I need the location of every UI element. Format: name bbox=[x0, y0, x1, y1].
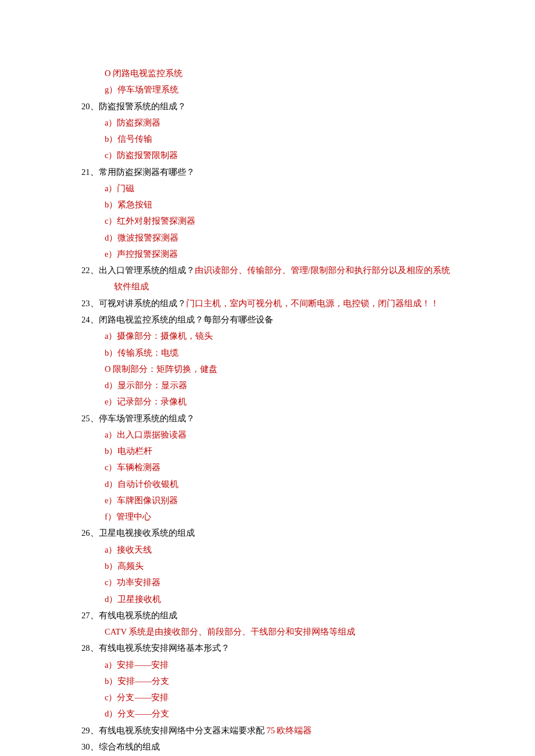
text-line: d）显示部分：显示器 bbox=[105, 377, 454, 393]
text-line: 25、停车场管理系统的组成？ bbox=[81, 410, 454, 427]
text-span: 24、闭路电视监控系统的组成？每部分有哪些设备 bbox=[81, 315, 273, 324]
text-line: 29、有线电视系统安排网络中分支器末端要求配 75 欧终端器 bbox=[81, 722, 454, 739]
text-line: b）紧急按钮 bbox=[105, 196, 454, 213]
text-line: b）信号传输 bbox=[105, 131, 454, 147]
text-line: d）微波报警探测器 bbox=[105, 230, 454, 246]
text-line: O 闭路电视监控系统 bbox=[105, 65, 454, 81]
text-span: 30、综合布线的组成 bbox=[81, 742, 160, 751]
text-line: a）摄像部分：摄像机，镜头 bbox=[105, 328, 454, 344]
text-line: c）分支――安排 bbox=[105, 689, 454, 705]
text-line: f）管理中心 bbox=[105, 508, 454, 525]
text-span: 27、有线电视系统的组成 bbox=[81, 611, 177, 620]
text-line: c）功率安排器 bbox=[105, 574, 454, 590]
text-line: 软件组成 bbox=[114, 278, 454, 295]
text-span: 20、防盗报警系统的组成？ bbox=[81, 102, 186, 111]
text-line: 26、卫星电视接收系统的组成 bbox=[81, 525, 454, 541]
text-line: 27、有线电视系统的组成 bbox=[81, 607, 454, 624]
text-line: 20、防盗报警系统的组成？ bbox=[81, 98, 454, 114]
text-line: b）传输系统：电缆 bbox=[105, 345, 454, 361]
text-line: 22、出入口管理系统的组成？由识读部分、传输部分、管理/限制部分和执行部分以及相… bbox=[81, 262, 454, 278]
text-line: g）停车场管理系统 bbox=[105, 81, 454, 98]
text-span: 28、有线电视系统安排网络基本形式？ bbox=[81, 643, 230, 653]
text-span: 26、卫星电视接收系统的组成 bbox=[81, 528, 195, 538]
text-line: b）安排――分支 bbox=[105, 673, 454, 689]
text-line: a）防盗探测器 bbox=[105, 114, 454, 131]
text-span: 29、有线电视系统安排网络中分支器末端要求配 bbox=[81, 726, 266, 735]
text-line: b）高频头 bbox=[105, 558, 454, 574]
text-line: a）出入口票据验读器 bbox=[105, 427, 454, 443]
text-span: 75 欧终端器 bbox=[266, 726, 312, 735]
text-line: c）车辆检测器 bbox=[105, 459, 454, 475]
text-line: b）电动栏杆 bbox=[105, 443, 454, 459]
text-span: 由识读部分、传输部分、管理/限制部分和执行部分以及相应的系统 bbox=[195, 266, 450, 275]
text-span: 23、可视对讲系统的组成？ bbox=[81, 299, 186, 308]
text-line: d）分支――分支 bbox=[105, 705, 454, 722]
text-line: 28、有线电视系统安排网络基本形式？ bbox=[81, 640, 454, 656]
text-line: O 限制部分：矩阵切换，健盘 bbox=[105, 361, 454, 377]
text-span: 22、出入口管理系统的组成？ bbox=[81, 266, 195, 275]
text-line: d）自动计价收银机 bbox=[105, 476, 454, 492]
text-line: a）安排――安排 bbox=[105, 657, 454, 673]
text-line: a）接收天线 bbox=[105, 542, 454, 558]
text-line: 30、综合布线的组成 bbox=[81, 739, 454, 755]
text-line: 23、可视对讲系统的组成？门口主机，室内可视分机，不间断电源，电控锁，闭门器组成… bbox=[81, 295, 454, 311]
text-line: d）卫星接收机 bbox=[105, 591, 454, 607]
text-line: e）声控报警探测器 bbox=[105, 246, 454, 262]
text-span: 21、常用防盗探测器有哪些？ bbox=[81, 167, 195, 177]
text-line: a）门磁 bbox=[105, 180, 454, 196]
text-line: 21、常用防盗探测器有哪些？ bbox=[81, 164, 454, 180]
text-line: c）红外对射报警探测器 bbox=[105, 213, 454, 229]
text-line: e）记录部分：录像机 bbox=[105, 393, 454, 410]
text-line: c）防盗报警限制器 bbox=[105, 147, 454, 163]
document-body: O 闭路电视监控系统g）停车场管理系统20、防盗报警系统的组成？a）防盗探测器b… bbox=[81, 65, 454, 755]
text-line: e）车牌图像识别器 bbox=[105, 492, 454, 508]
text-line: CATV 系统是由接收部分、前段部分、干线部分和安排网络等组成 bbox=[105, 624, 454, 640]
text-line: 24、闭路电视监控系统的组成？每部分有哪些设备 bbox=[81, 311, 454, 328]
text-span: 25、停车场管理系统的组成？ bbox=[81, 414, 195, 423]
text-span: 门口主机，室内可视分机，不间断电源，电控锁，闭门器组成！！ bbox=[186, 299, 439, 308]
